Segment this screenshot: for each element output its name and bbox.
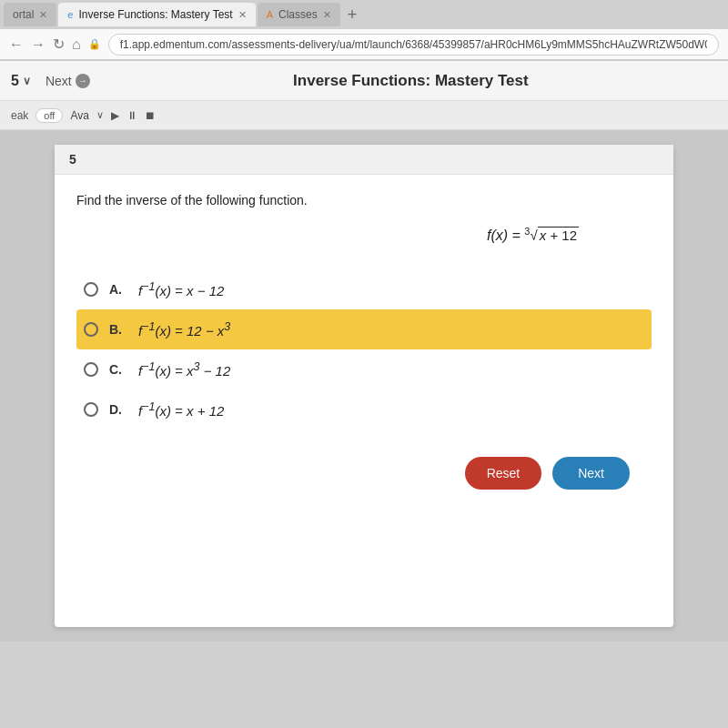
tab-bar: ortal ✕ e Inverse Functions: Mastery Tes…	[0, 0, 728, 29]
option-a-radio[interactable]	[84, 282, 98, 297]
next-toolbar-button[interactable]: Next →	[38, 70, 97, 92]
next-button[interactable]: Next	[552, 457, 630, 490]
tab-mastery-icon: e	[67, 9, 73, 20]
lock-icon: 🔒	[88, 38, 101, 50]
refresh-icon[interactable]: ↻	[53, 35, 65, 53]
browser-chrome: ortal ✕ e Inverse Functions: Mastery Tes…	[0, 0, 728, 61]
question-number: 5	[69, 152, 76, 167]
address-bar: ← → ↻ ⌂ 🔒	[0, 29, 728, 60]
address-input[interactable]	[108, 34, 719, 56]
play-button[interactable]: ▶	[111, 109, 119, 122]
function-lhs: f(x) =	[487, 228, 524, 243]
tab-mastery[interactable]: e Inverse Functions: Mastery Test ✕	[58, 3, 255, 26]
option-b-letter: B.	[109, 322, 127, 337]
reset-button[interactable]: Reset	[465, 457, 542, 490]
next-toolbar-label: Next	[46, 74, 72, 88]
stop-button[interactable]: ⏹	[145, 109, 156, 122]
pause-button[interactable]: ⏸	[126, 109, 137, 122]
question-number-bar: 5	[55, 145, 673, 175]
cube-root-symbol: 3√x + 12	[524, 228, 579, 243]
action-buttons: Reset Next	[76, 430, 652, 508]
home-icon[interactable]: ⌂	[72, 36, 81, 53]
dropdown-icon[interactable]: ∨	[96, 109, 104, 121]
function-display: f(x) = 3√x + 12	[76, 226, 652, 244]
tab-mastery-close[interactable]: ✕	[238, 9, 247, 21]
option-d-radio[interactable]	[84, 402, 98, 417]
question-number-display: 5	[11, 73, 19, 89]
tab-classes[interactable]: A Classes ✕	[258, 3, 340, 26]
page-title: Inverse Functions: Mastery Test	[105, 72, 717, 90]
tab-mastery-label: Inverse Functions: Mastery Test	[78, 8, 232, 21]
tab-classes-icon: A	[267, 9, 273, 20]
avatar-label: Ava	[70, 109, 88, 122]
app-toolbar: 5 ∨ Next → Inverse Functions: Mastery Te…	[0, 61, 728, 101]
option-d[interactable]: D. f−1(x) = x + 12	[76, 389, 652, 430]
option-a[interactable]: A. f−1(x) = x − 12	[76, 269, 652, 309]
option-c-letter: C.	[109, 362, 127, 377]
option-d-text: f−1(x) = x + 12	[138, 400, 224, 419]
option-b-radio[interactable]	[84, 322, 98, 337]
playback-label: eak	[11, 109, 28, 122]
option-a-text: f−1(x) = x − 12	[138, 280, 224, 298]
question-card: 5 Find the inverse of the following func…	[55, 145, 673, 627]
tab-portal-label: ortal	[13, 8, 34, 21]
option-c[interactable]: C. f−1(x) = x3 − 12	[76, 349, 652, 389]
tab-portal[interactable]: ortal ✕	[4, 3, 56, 26]
option-c-text: f−1(x) = x3 − 12	[138, 360, 230, 379]
options-list: A. f−1(x) = x − 12 B. f−1(x) = 12 − x3 C…	[76, 269, 652, 430]
new-tab-button[interactable]: +	[342, 5, 363, 25]
back-icon[interactable]: ←	[9, 36, 24, 53]
chevron-down-icon[interactable]: ∨	[23, 75, 31, 87]
option-a-letter: A.	[109, 282, 127, 297]
next-toolbar-circle: →	[76, 74, 90, 88]
tab-classes-close[interactable]: ✕	[323, 9, 331, 21]
forward-icon[interactable]: →	[31, 36, 46, 53]
question-counter: 5 ∨	[11, 73, 31, 89]
option-d-letter: D.	[109, 402, 127, 417]
option-c-radio[interactable]	[84, 362, 98, 377]
question-body: Find the inverse of the following functi…	[55, 175, 673, 526]
tab-portal-close[interactable]: ✕	[39, 9, 47, 21]
question-prompt: Find the inverse of the following functi…	[76, 193, 652, 207]
option-b[interactable]: B. f−1(x) = 12 − x3	[76, 309, 652, 349]
off-badge[interactable]: off	[35, 108, 63, 123]
option-b-text: f−1(x) = 12 − x3	[138, 320, 230, 339]
main-content: 5 Find the inverse of the following func…	[0, 130, 728, 642]
tab-classes-label: Classes	[278, 8, 318, 21]
playback-bar: eak off Ava ∨ ▶ ⏸ ⏹	[0, 101, 728, 130]
